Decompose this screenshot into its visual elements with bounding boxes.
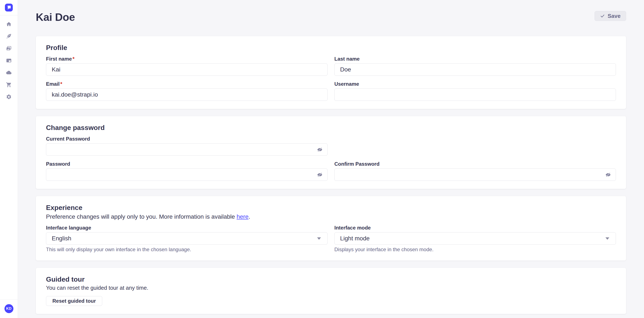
email-label: Email* xyxy=(46,81,328,87)
last-name-input[interactable] xyxy=(334,63,616,76)
required-marker: * xyxy=(60,81,62,87)
toggle-password-visibility-button[interactable] xyxy=(316,171,323,178)
sidebar-logo-section xyxy=(0,0,18,15)
chevron-down-icon xyxy=(317,237,321,240)
guided-tour-card-title: Guided tour xyxy=(46,276,616,283)
sidebar-bottom: KD xyxy=(0,299,18,318)
interface-mode-hint: Displays your interface in the chosen mo… xyxy=(334,247,616,253)
sidebar: KD xyxy=(0,0,18,318)
profile-card-title: Profile xyxy=(46,44,616,51)
first-name-label: First name* xyxy=(46,56,328,62)
main-content: Kai Doe Save Profile First name* Last na… xyxy=(18,0,644,314)
interface-language-hint: This will only display your own interfac… xyxy=(46,247,328,253)
more-info-link[interactable]: here xyxy=(236,213,248,220)
confirm-password-input[interactable] xyxy=(334,168,616,181)
current-password-label: Current Password xyxy=(46,136,328,142)
save-button-label: Save xyxy=(608,13,620,19)
interface-language-field-group: Interface language English This will onl… xyxy=(46,225,328,253)
username-label: Username xyxy=(334,81,616,87)
last-name-label: Last name xyxy=(334,56,616,62)
username-input[interactable] xyxy=(334,89,616,101)
feather-icon[interactable] xyxy=(6,33,12,39)
layout-icon[interactable] xyxy=(6,58,12,63)
check-icon xyxy=(600,14,605,18)
interface-mode-select[interactable]: Light mode xyxy=(334,232,616,245)
required-marker: * xyxy=(72,56,74,62)
save-button[interactable]: Save xyxy=(594,11,626,21)
sidebar-nav xyxy=(6,15,12,299)
experience-description: Preference changes will apply only to yo… xyxy=(46,213,616,220)
toggle-password-visibility-button[interactable] xyxy=(316,146,323,153)
grid-spacer xyxy=(334,136,616,156)
interface-language-value: English xyxy=(52,235,71,242)
email-input[interactable] xyxy=(46,89,328,101)
guided-tour-card: Guided tour You can reset the guided tou… xyxy=(36,268,626,314)
interface-mode-label: Interface mode xyxy=(334,225,616,231)
cart-icon[interactable] xyxy=(6,82,12,88)
chevron-down-icon xyxy=(606,237,609,240)
new-password-label: Password xyxy=(46,161,328,167)
current-password-field-group: Current Password xyxy=(46,136,328,156)
change-password-card-title: Change password xyxy=(46,124,616,132)
experience-card-title: Experience xyxy=(46,204,616,211)
page-title: Kai Doe xyxy=(36,11,75,23)
cloud-icon[interactable] xyxy=(6,70,12,76)
avatar[interactable]: KD xyxy=(4,304,14,313)
interface-mode-value: Light mode xyxy=(340,235,370,242)
change-password-card: Change password Current Password xyxy=(36,116,626,189)
interface-mode-field-group: Interface mode Light mode Displays your … xyxy=(334,225,616,253)
email-field-group: Email* xyxy=(46,81,328,101)
confirm-password-label: Confirm Password xyxy=(334,161,616,167)
current-password-input[interactable] xyxy=(46,143,328,156)
last-name-field-group: Last name xyxy=(334,56,616,76)
media-library-icon[interactable] xyxy=(6,45,12,51)
first-name-field-group: First name* xyxy=(46,56,328,76)
profile-card: Profile First name* Last name Email* Use… xyxy=(36,36,626,109)
guided-tour-description: You can reset the guided tour at any tim… xyxy=(46,285,616,291)
first-name-input[interactable] xyxy=(46,63,328,76)
new-password-field-group: Password xyxy=(46,161,328,181)
page-header: Kai Doe Save xyxy=(36,11,626,23)
reset-guided-tour-button[interactable]: Reset guided tour xyxy=(46,296,102,306)
strapi-logo-icon[interactable] xyxy=(5,3,13,11)
interface-language-label: Interface language xyxy=(46,225,328,231)
new-password-input[interactable] xyxy=(46,168,328,181)
username-field-group: Username xyxy=(334,81,616,101)
home-icon[interactable] xyxy=(6,21,12,27)
toggle-password-visibility-button[interactable] xyxy=(605,171,611,178)
experience-card: Experience Preference changes will apply… xyxy=(36,196,626,261)
interface-language-select[interactable]: English xyxy=(46,232,328,245)
gear-icon[interactable] xyxy=(6,94,12,100)
confirm-password-field-group: Confirm Password xyxy=(334,161,616,181)
